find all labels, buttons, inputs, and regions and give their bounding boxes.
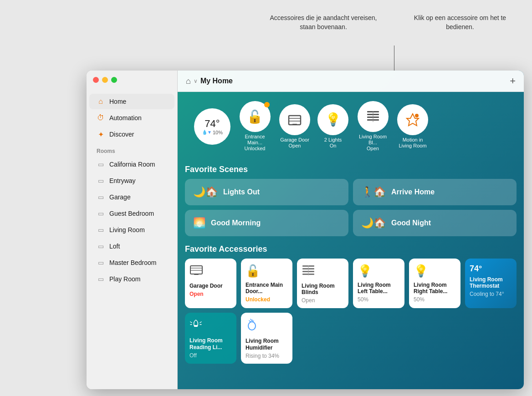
room-icon: ▭ [97,275,105,283]
acc-tile-lr-right-table[interactable]: 💡 Living Room Right Table... 50% [409,259,460,309]
sidebar-item-discover-label: Discover [109,131,134,138]
lr-left-table-icon: 💡 [358,264,400,278]
arrive-home-label: Arrive Home [391,188,435,196]
acc-tile-garage-door[interactable]: Garage Door Open [185,259,236,309]
acc-tile-lr-left-table-name: Living Room Left Table... [358,282,400,295]
sidebar-room-entryway-label: Entryway [109,177,136,184]
temperature-drop-icon: 💧▼ [202,130,212,135]
acc-tile-lr-thermostat-status: Cooling to 74° [470,291,512,297]
acc-tile-entrance-door-name: Entrance Main Door... [246,282,288,295]
temperature-sub: 💧▼ 10% [202,130,223,135]
acc-circle-garage-door[interactable]: Garage DoorOpen [279,104,310,149]
room-icon: ▭ [97,160,105,168]
svg-rect-0 [289,116,301,125]
entrance-door-icon: 🔓 [246,264,288,278]
acc-tile-lr-reading-name: Living Room Reading Li... [189,337,232,350]
good-night-icon: 🌙🏠 [361,217,386,229]
discover-icon: ✦ [97,130,105,138]
humidity-value: 10% [213,130,223,135]
acc-tile-lr-humidifier[interactable]: Living Room Humidifier Rising to 34% [241,313,292,364]
favorites-row: 74° 💧▼ 10% 🔓 Entrance Main...Unlocked [185,92,517,159]
app-window: ⌂ Home ⏱ Automation ✦ Discover Rooms ▭ C… [87,71,524,389]
acc-circle-motion[interactable]: Motion inLiving Room [397,104,428,149]
arrive-home-icon: 🚶🏠 [361,186,386,198]
svg-rect-11 [190,266,202,274]
sidebar-item-home[interactable]: ⌂ Home [89,94,174,109]
acc-circle-entrance[interactable]: 🔓 Entrance Main...Unlocked [238,101,272,152]
sidebar-item-entryway[interactable]: ▭ Entryway [89,173,174,188]
room-icon: ▭ [97,193,105,201]
acc-tile-garage-door-name: Garage Door [189,283,232,289]
temperature-badge[interactable]: 74° 💧▼ 10% [194,108,230,145]
sidebar-item-living-room[interactable]: ▭ Living Room [89,222,174,238]
svg-point-21 [248,322,256,330]
good-night-label: Good Night [391,219,431,227]
acc-circle-garage-label: Garage DoorOpen [280,137,309,149]
acc-tile-entrance-door[interactable]: 🔓 Entrance Main Door... Unlocked [241,259,292,309]
acc-circle-motion-label: Motion inLiving Room [399,137,426,149]
add-accessory-button[interactable]: + [510,76,516,86]
sidebar-room-living-room-label: Living Room [109,226,145,234]
sidebar-item-california-room[interactable]: ▭ California Room [89,157,174,172]
header-home-icon: ⌂ [186,76,191,86]
sidebar-item-automation[interactable]: ⏱ Automation [89,110,174,126]
good-morning-label: Good Morning [211,219,261,227]
lr-blinds-icon [302,264,344,279]
lights-out-icon: 🌙🏠 [193,186,218,198]
page-title: My Home [200,77,233,85]
acc-circle-blinds-icon [358,101,389,132]
main-scroll-area: 74° 💧▼ 10% 🔓 Entrance Main...Unlocked [178,92,524,389]
annotation-right: Klik op een accessoire om het te bediene… [410,14,510,31]
sidebar-item-home-label: Home [109,98,126,105]
main-header: ⌂ ∨ My Home + [178,71,524,92]
sidebar-room-master-bedroom-label: Master Bedroom [109,259,156,266]
scene-lights-out[interactable]: 🌙🏠 Lights Out [185,179,348,205]
acc-circle-motion-icon [397,104,428,135]
sidebar-item-discover[interactable]: ✦ Discover [89,127,174,142]
lr-right-table-icon: 💡 [414,264,456,278]
accessories-grid-row1: Garage Door Open 🔓 Entrance Main Door...… [185,259,517,309]
maximize-button[interactable] [111,77,117,83]
acc-circle-garage-icon [279,104,310,135]
lr-humidifier-icon [246,318,288,334]
thermostat-temp-value: 74° [470,264,512,274]
sidebar-item-loft[interactable]: ▭ Loft [89,239,174,254]
sidebar-room-california-label: California Room [109,161,155,168]
svg-point-10 [415,114,419,117]
acc-circle-entrance-icon: 🔓 [240,101,271,132]
close-button[interactable] [93,77,99,83]
automation-icon: ⏱ [97,114,105,122]
home-icon: ⌂ [97,97,105,106]
acc-tile-lr-thermostat-name: Living Room Thermostat [470,276,512,289]
acc-tile-lr-blinds-status: Open [302,297,344,304]
minimize-button[interactable] [102,77,108,83]
garage-door-icon [189,264,232,279]
sidebar-item-guest-bedroom[interactable]: ▭ Guest Bedroom [89,206,174,221]
acc-circle-blinds[interactable]: Living Room Bl...Open [356,101,390,152]
sidebar-item-automation-label: Automation [109,114,142,122]
svg-rect-14 [194,274,199,275]
rooms-section-label: Rooms [87,142,177,156]
favorite-scenes-title: Favorite Scenes [185,165,517,174]
sidebar: ⌂ Home ⏱ Automation ✦ Discover Rooms ▭ C… [87,71,178,389]
temperature-value: 74° [205,118,220,130]
scene-good-night[interactable]: 🌙🏠 Good Night [353,210,517,236]
sidebar-item-master-bedroom[interactable]: ▭ Master Bedroom [89,255,174,270]
acc-tile-lr-reading[interactable]: Living Room Reading Li... Off [185,313,236,364]
sidebar-room-garage-label: Garage [109,193,131,201]
acc-tile-lr-blinds-name: Living Room Blinds [302,283,344,296]
scene-arrive-home[interactable]: 🚶🏠 Arrive Home [353,179,517,205]
acc-tile-lr-humidifier-status: Rising to 34% [246,353,288,359]
main-content: ⌂ ∨ My Home + 74° 💧▼ 10% [178,71,524,389]
acc-circle-lights-label: 2 LightsOn [324,137,342,149]
sidebar-item-play-room[interactable]: ▭ Play Room [89,271,174,287]
scene-good-morning[interactable]: 🌅 Good Morning [185,210,348,236]
accessories-grid-row2: Living Room Reading Li... Off Living Roo… [185,313,517,364]
sidebar-item-garage[interactable]: ▭ Garage [89,189,174,205]
sidebar-room-guest-bedroom-label: Guest Bedroom [109,210,154,217]
acc-tile-lr-left-table[interactable]: 💡 Living Room Left Table... 50% [353,259,404,309]
acc-tile-lr-blinds[interactable]: Living Room Blinds Open [297,259,348,309]
acc-circle-lights[interactable]: 💡 2 LightsOn [317,104,348,149]
acc-tile-lr-thermostat[interactable]: 74° Living Room Thermostat Cooling to 74… [465,259,517,309]
scenes-grid: 🌙🏠 Lights Out 🚶🏠 Arrive Home 🌅 Good Morn… [185,179,517,236]
